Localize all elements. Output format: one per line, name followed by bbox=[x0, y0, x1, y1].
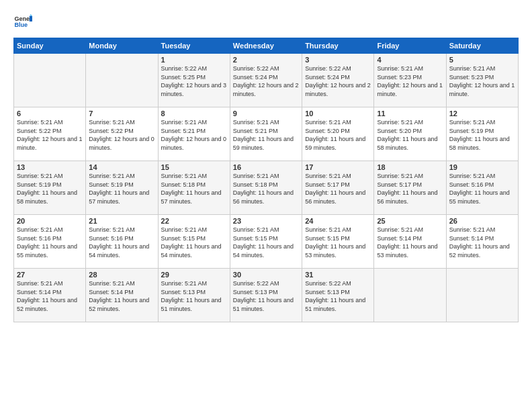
calendar-cell: 29Sunrise: 5:21 AM Sunset: 5:13 PM Dayli… bbox=[158, 269, 230, 322]
day-number: 11 bbox=[377, 109, 443, 118]
day-info: Sunrise: 5:22 AM Sunset: 5:24 PM Dayligh… bbox=[233, 64, 299, 98]
day-info: Sunrise: 5:21 AM Sunset: 5:15 PM Dayligh… bbox=[233, 226, 299, 259]
day-info: Sunrise: 5:21 AM Sunset: 5:14 PM Dayligh… bbox=[449, 226, 515, 259]
calendar-cell: 24Sunrise: 5:21 AM Sunset: 5:15 PM Dayli… bbox=[302, 215, 374, 269]
calendar-cell: 30Sunrise: 5:22 AM Sunset: 5:13 PM Dayli… bbox=[230, 269, 302, 322]
day-number: 18 bbox=[377, 163, 443, 171]
calendar-cell: 16Sunrise: 5:21 AM Sunset: 5:18 PM Dayli… bbox=[230, 161, 302, 215]
calendar-cell: 21Sunrise: 5:21 AM Sunset: 5:16 PM Dayli… bbox=[86, 215, 158, 269]
day-number: 12 bbox=[449, 109, 515, 118]
day-number: 9 bbox=[233, 109, 299, 118]
day-number: 1 bbox=[161, 56, 227, 64]
calendar-week-1: 1Sunrise: 5:22 AM Sunset: 5:25 PM Daylig… bbox=[14, 54, 519, 107]
day-number: 24 bbox=[305, 217, 371, 225]
day-number: 20 bbox=[17, 217, 83, 225]
calendar-cell: 25Sunrise: 5:21 AM Sunset: 5:14 PM Dayli… bbox=[374, 215, 446, 269]
day-info: Sunrise: 5:21 AM Sunset: 5:23 PM Dayligh… bbox=[377, 64, 443, 98]
day-info: Sunrise: 5:21 AM Sunset: 5:17 PM Dayligh… bbox=[305, 172, 371, 205]
day-number: 4 bbox=[377, 56, 443, 64]
day-info: Sunrise: 5:22 AM Sunset: 5:25 PM Dayligh… bbox=[161, 64, 227, 98]
day-info: Sunrise: 5:22 AM Sunset: 5:13 PM Dayligh… bbox=[233, 279, 299, 313]
calendar-cell: 2Sunrise: 5:22 AM Sunset: 5:24 PM Daylig… bbox=[230, 54, 302, 107]
calendar-cell: 11Sunrise: 5:21 AM Sunset: 5:20 PM Dayli… bbox=[374, 107, 446, 161]
logo-icon: General Blue bbox=[13, 12, 32, 31]
day-number: 13 bbox=[17, 163, 83, 171]
calendar-cell: 17Sunrise: 5:21 AM Sunset: 5:17 PM Dayli… bbox=[302, 161, 374, 215]
calendar-week-2: 6Sunrise: 5:21 AM Sunset: 5:22 PM Daylig… bbox=[14, 107, 519, 161]
day-info: Sunrise: 5:21 AM Sunset: 5:22 PM Dayligh… bbox=[17, 118, 83, 152]
day-number: 2 bbox=[233, 56, 299, 64]
day-info: Sunrise: 5:21 AM Sunset: 5:20 PM Dayligh… bbox=[377, 118, 443, 152]
day-info: Sunrise: 5:21 AM Sunset: 5:13 PM Dayligh… bbox=[161, 279, 227, 313]
day-info: Sunrise: 5:21 AM Sunset: 5:21 PM Dayligh… bbox=[161, 118, 227, 152]
day-info: Sunrise: 5:21 AM Sunset: 5:19 PM Dayligh… bbox=[17, 172, 83, 205]
day-number: 23 bbox=[233, 217, 299, 225]
calendar-week-3: 13Sunrise: 5:21 AM Sunset: 5:19 PM Dayli… bbox=[14, 161, 519, 215]
day-number: 27 bbox=[17, 271, 83, 279]
calendar-cell: 31Sunrise: 5:22 AM Sunset: 5:13 PM Dayli… bbox=[302, 269, 374, 322]
calendar-cell: 18Sunrise: 5:21 AM Sunset: 5:17 PM Dayli… bbox=[374, 161, 446, 215]
calendar-cell: 9Sunrise: 5:21 AM Sunset: 5:21 PM Daylig… bbox=[230, 107, 302, 161]
logo: General Blue bbox=[13, 12, 32, 31]
day-number: 19 bbox=[449, 163, 515, 171]
day-number: 15 bbox=[161, 163, 227, 171]
calendar-cell bbox=[374, 269, 446, 322]
day-info: Sunrise: 5:21 AM Sunset: 5:20 PM Dayligh… bbox=[305, 118, 371, 152]
day-number: 10 bbox=[305, 109, 371, 118]
day-info: Sunrise: 5:21 AM Sunset: 5:16 PM Dayligh… bbox=[449, 172, 515, 205]
day-number: 25 bbox=[377, 217, 443, 225]
calendar-cell: 10Sunrise: 5:21 AM Sunset: 5:20 PM Dayli… bbox=[302, 107, 374, 161]
day-info: Sunrise: 5:21 AM Sunset: 5:15 PM Dayligh… bbox=[161, 226, 227, 259]
calendar-cell: 7Sunrise: 5:21 AM Sunset: 5:22 PM Daylig… bbox=[86, 107, 158, 161]
calendar-cell bbox=[14, 54, 86, 107]
day-number: 7 bbox=[89, 109, 154, 118]
weekday-header-row: SundayMondayTuesdayWednesdayThursdayFrid… bbox=[14, 38, 519, 54]
calendar-cell bbox=[86, 54, 158, 107]
weekday-header-tuesday: Tuesday bbox=[158, 38, 230, 54]
calendar-cell: 4Sunrise: 5:21 AM Sunset: 5:23 PM Daylig… bbox=[374, 54, 446, 107]
day-number: 22 bbox=[161, 217, 227, 225]
calendar-cell: 23Sunrise: 5:21 AM Sunset: 5:15 PM Dayli… bbox=[230, 215, 302, 269]
day-number: 28 bbox=[89, 271, 154, 279]
weekday-header-thursday: Thursday bbox=[302, 38, 374, 54]
weekday-header-saturday: Saturday bbox=[446, 38, 518, 54]
day-number: 31 bbox=[305, 271, 371, 279]
day-number: 17 bbox=[305, 163, 371, 171]
day-info: Sunrise: 5:21 AM Sunset: 5:18 PM Dayligh… bbox=[161, 172, 227, 205]
day-info: Sunrise: 5:21 AM Sunset: 5:18 PM Dayligh… bbox=[233, 172, 299, 205]
day-info: Sunrise: 5:21 AM Sunset: 5:19 PM Dayligh… bbox=[449, 118, 515, 152]
calendar-table: SundayMondayTuesdayWednesdayThursdayFrid… bbox=[13, 38, 519, 322]
calendar-cell: 8Sunrise: 5:21 AM Sunset: 5:21 PM Daylig… bbox=[158, 107, 230, 161]
calendar-week-4: 20Sunrise: 5:21 AM Sunset: 5:16 PM Dayli… bbox=[14, 215, 519, 269]
day-number: 5 bbox=[449, 56, 515, 64]
calendar-cell: 28Sunrise: 5:21 AM Sunset: 5:14 PM Dayli… bbox=[86, 269, 158, 322]
calendar-cell: 26Sunrise: 5:21 AM Sunset: 5:14 PM Dayli… bbox=[446, 215, 518, 269]
day-number: 14 bbox=[89, 163, 154, 171]
calendar-cell: 19Sunrise: 5:21 AM Sunset: 5:16 PM Dayli… bbox=[446, 161, 518, 215]
weekday-header-wednesday: Wednesday bbox=[230, 38, 302, 54]
calendar-cell: 13Sunrise: 5:21 AM Sunset: 5:19 PM Dayli… bbox=[14, 161, 86, 215]
page-header: General Blue bbox=[13, 12, 519, 31]
calendar-cell: 27Sunrise: 5:21 AM Sunset: 5:14 PM Dayli… bbox=[14, 269, 86, 322]
day-info: Sunrise: 5:21 AM Sunset: 5:15 PM Dayligh… bbox=[305, 226, 371, 259]
day-number: 30 bbox=[233, 271, 299, 279]
calendar-cell: 5Sunrise: 5:21 AM Sunset: 5:23 PM Daylig… bbox=[446, 54, 518, 107]
weekday-header-friday: Friday bbox=[374, 38, 446, 54]
day-info: Sunrise: 5:21 AM Sunset: 5:21 PM Dayligh… bbox=[233, 118, 299, 152]
calendar-cell: 15Sunrise: 5:21 AM Sunset: 5:18 PM Dayli… bbox=[158, 161, 230, 215]
weekday-header-monday: Monday bbox=[86, 38, 158, 54]
day-info: Sunrise: 5:21 AM Sunset: 5:16 PM Dayligh… bbox=[89, 226, 154, 259]
day-number: 16 bbox=[233, 163, 299, 171]
day-number: 29 bbox=[161, 271, 227, 279]
day-info: Sunrise: 5:21 AM Sunset: 5:19 PM Dayligh… bbox=[89, 172, 154, 205]
calendar-week-5: 27Sunrise: 5:21 AM Sunset: 5:14 PM Dayli… bbox=[14, 269, 519, 322]
day-number: 6 bbox=[17, 109, 83, 118]
calendar-cell bbox=[446, 269, 518, 322]
day-number: 3 bbox=[305, 56, 371, 64]
day-info: Sunrise: 5:22 AM Sunset: 5:24 PM Dayligh… bbox=[305, 64, 371, 98]
day-info: Sunrise: 5:21 AM Sunset: 5:14 PM Dayligh… bbox=[89, 279, 154, 313]
calendar-cell: 20Sunrise: 5:21 AM Sunset: 5:16 PM Dayli… bbox=[14, 215, 86, 269]
calendar-cell: 3Sunrise: 5:22 AM Sunset: 5:24 PM Daylig… bbox=[302, 54, 374, 107]
day-number: 8 bbox=[161, 109, 227, 118]
svg-marker-2 bbox=[30, 16, 32, 21]
